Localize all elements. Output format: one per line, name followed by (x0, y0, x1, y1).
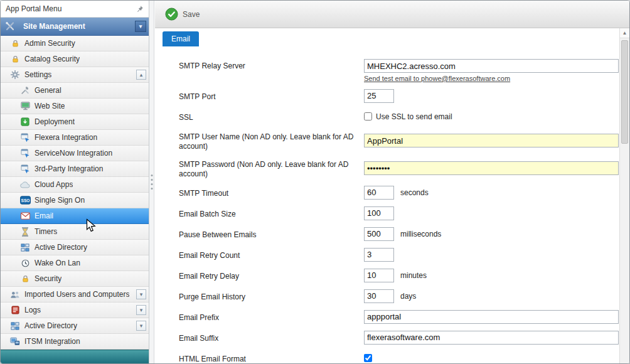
email-suffix-input[interactable] (364, 331, 619, 345)
email-form: SMTP Relay ServerSend test email to phow… (179, 59, 629, 364)
field-control (364, 134, 619, 147)
clock-icon (19, 259, 31, 267)
deploy-icon (19, 117, 31, 126)
sidebar-item-label: Active Directory (24, 321, 77, 330)
smtp-password-non-ad-only-leave-blank-for-ad-account-input[interactable] (364, 161, 619, 175)
email-batch-size-input[interactable] (364, 206, 394, 220)
field-control (364, 89, 394, 103)
email-retry-count-input[interactable] (364, 248, 394, 262)
sidebar-item-wake-on-lan[interactable]: Wake On Lan (1, 255, 149, 271)
smtp-timeout-input[interactable] (364, 186, 394, 200)
smtp-port-input[interactable] (364, 89, 394, 103)
sidebar-item-single-sign-on[interactable]: SSOSingle Sign On (1, 193, 149, 208)
field-label: SMTP User Name (Non AD only. Leave blank… (179, 130, 364, 151)
sidebar-item-active-directory[interactable]: Active Directory▾ (1, 318, 149, 334)
sidebar-item-deployment[interactable]: Deployment (1, 114, 149, 130)
chevron-down-icon[interactable]: ▾ (136, 305, 146, 315)
field-control: Send test email to phowe@flexerasoftware… (364, 59, 619, 82)
field-label: SMTP Port (179, 90, 364, 102)
sidebar-item-general[interactable]: General (1, 83, 149, 99)
sidebar-item-3rd-party-integration[interactable]: 3rd-Party Integration (1, 161, 149, 177)
smtp-relay-server-input[interactable] (364, 59, 619, 73)
field-label: Email Prefix (179, 311, 364, 323)
sidebar-item-label: 3rd-Party Integration (35, 164, 103, 173)
sidebar-item-label: Active Directory (35, 243, 87, 252)
save-button[interactable]: Save (161, 5, 203, 23)
app-portal-window: App Portal Menu Site Management ▾ Admin … (0, 0, 630, 364)
send-test-email-link[interactable]: Send test email to phowe@flexerasoftware… (364, 75, 510, 82)
sidebar-item-label: Settings (24, 70, 51, 79)
field-control (364, 248, 394, 262)
field-label: Email Batch Size (179, 207, 364, 219)
sidebar-item-label: Imported Users and Computers (24, 290, 129, 299)
field-suffix: milliseconds (400, 230, 441, 238)
scrollbar-thumb[interactable] (621, 40, 628, 144)
ssl-checkbox[interactable] (364, 112, 372, 120)
mail-icon (19, 212, 31, 220)
email-retry-delay-input[interactable] (364, 269, 394, 282)
field-label: HTML Email Format (179, 352, 364, 364)
chevron-down-icon[interactable]: ▾ (136, 321, 146, 331)
pushpin-icon[interactable] (136, 5, 144, 13)
splitter-grip-icon (151, 174, 152, 190)
email-prefix-input[interactable] (364, 310, 619, 324)
sidebar-item-catalog-security[interactable]: Catalog Security (1, 51, 149, 67)
form-row-email-prefix: Email Prefix (179, 309, 594, 324)
triangle-up-icon[interactable]: ▲ (620, 28, 629, 38)
sidebar-item-label: Web Site (35, 102, 65, 110)
sidebar-item-email[interactable]: Email (1, 208, 149, 224)
sidebar-item-security[interactable]: Security (1, 271, 149, 287)
field-control (364, 161, 619, 175)
purge-email-history-input[interactable] (364, 289, 394, 303)
form-row-html-email-format: HTML Email Format (179, 351, 594, 364)
sidebar-item-label: ServiceNow Integration (35, 149, 112, 158)
itsm-icon (9, 337, 21, 346)
sidebar-group-site-management[interactable]: Site Management ▾ (1, 18, 149, 36)
sidebar-item-admin-security[interactable]: Admin Security (1, 36, 149, 51)
sidebar-item-label: Timers (35, 227, 57, 236)
lock-icon (9, 40, 21, 48)
sidebar-item-web-site[interactable]: Web Site (1, 99, 149, 114)
toolbar: Save (155, 1, 629, 28)
chevron-down-icon[interactable]: ▾ (136, 289, 146, 299)
sidebar-item-servicenow-integration[interactable]: ServiceNow Integration (1, 146, 149, 161)
sidebar-item-flexera-integration[interactable]: Flexera Integration (1, 130, 149, 146)
pause-between-emails-input[interactable] (364, 227, 394, 241)
sidebar-title: App Portal Menu (6, 4, 61, 13)
partial-group-header[interactable] (1, 350, 149, 363)
sidebar-item-label: Email (35, 211, 53, 220)
field-label: Email Retry Delay (179, 269, 364, 281)
chevron-down-icon[interactable]: ▾ (135, 21, 146, 32)
sidebar-item-itsm-integration[interactable]: ITSM Integration (1, 334, 149, 350)
field-control: minutes (364, 269, 427, 282)
field-label: SMTP Relay Server (179, 59, 364, 71)
sidebar-item-active-directory[interactable]: Active Directory (1, 240, 149, 255)
group-label: Site Management (23, 22, 85, 31)
lock-icon (19, 275, 31, 283)
sidebar-item-cloud-apps[interactable]: Cloud Apps (1, 177, 149, 193)
sidebar-item-settings[interactable]: Settings▴ (1, 67, 149, 83)
tab-email[interactable]: Email (163, 31, 199, 46)
sso-icon: SSO (19, 196, 31, 205)
logs-icon (9, 306, 21, 314)
appwin-icon (19, 149, 31, 158)
field-suffix: seconds (400, 188, 429, 197)
sidebar-header: App Portal Menu (1, 1, 149, 18)
sidebar-item-label: Logs (24, 306, 41, 314)
field-control (364, 206, 394, 220)
html-email-format-checkbox[interactable] (364, 354, 372, 362)
sidebar-item-label: Deployment (35, 117, 75, 126)
sidebar-item-logs[interactable]: Logs▾ (1, 302, 149, 318)
form-row-email-retry-count: Email Retry Count (179, 247, 594, 262)
chevron-up-icon[interactable]: ▴ (136, 70, 146, 80)
vertical-scrollbar[interactable]: ▲ (619, 28, 629, 363)
splitter-handle[interactable] (149, 1, 154, 363)
field-label: SMTP Password (Non AD only. Leave blank … (179, 158, 364, 179)
field-control: Use SSL to send email (364, 112, 452, 121)
sidebar-item-label: Security (35, 274, 61, 283)
smtp-user-name-non-ad-only-leave-blank-for-ad-account-input[interactable] (364, 134, 619, 147)
main-panel: Save Email SMTP Relay ServerSend test em… (155, 1, 629, 363)
field-control (364, 331, 619, 345)
sidebar-item-imported-users-and-computers[interactable]: Imported Users and Computers▾ (1, 287, 149, 302)
sidebar-item-timers[interactable]: Timers (1, 224, 149, 240)
